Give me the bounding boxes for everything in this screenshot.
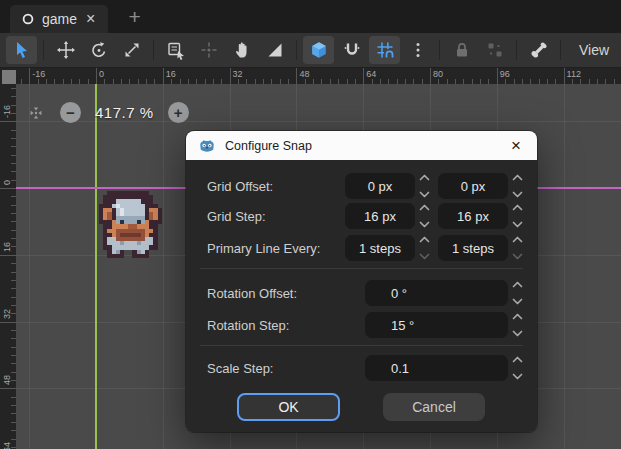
- ruler-tick: [163, 68, 164, 84]
- spin-up-icon[interactable]: [419, 204, 430, 211]
- ruler-tick: [0, 188, 16, 189]
- ruler-tick: [0, 121, 16, 122]
- ruler-tick: [296, 68, 297, 84]
- rotation-offset-field[interactable]: 0 °: [365, 280, 508, 306]
- dialog-separator: [200, 345, 523, 346]
- spin-down-icon[interactable]: [512, 191, 523, 198]
- rotation-step-label: Rotation Step:: [207, 312, 289, 338]
- select-arrow-icon: [12, 40, 32, 60]
- center-view-icon[interactable]: [26, 103, 46, 123]
- smart-snap-button[interactable]: [336, 36, 367, 64]
- scene-tab-bar: game × +: [0, 0, 621, 33]
- skeleton-options-button[interactable]: [523, 36, 554, 64]
- scale-step-field[interactable]: 0.1: [365, 355, 508, 381]
- spin-down-icon[interactable]: [512, 221, 523, 228]
- spin-up-icon[interactable]: [419, 236, 430, 243]
- ok-button[interactable]: OK: [237, 393, 340, 421]
- cube-icon: [309, 40, 329, 60]
- ruler-label: 80: [433, 69, 443, 79]
- sprite-character[interactable]: [99, 191, 162, 262]
- object-snap-button[interactable]: [303, 36, 334, 64]
- primary-line-y-spinner[interactable]: [510, 236, 524, 260]
- move-icon: [56, 40, 76, 60]
- ruler-label: 0: [2, 141, 12, 185]
- toolbar-separator: [439, 40, 440, 60]
- pan-tool-button[interactable]: [226, 36, 257, 64]
- zoom-controls: − 417.7 % +: [26, 102, 189, 123]
- grid-offset-y-spinner[interactable]: [510, 174, 524, 198]
- ruler-label: 16: [166, 69, 176, 79]
- spin-down-icon[interactable]: [512, 330, 523, 337]
- spin-up-icon[interactable]: [419, 174, 430, 181]
- spin-up-icon[interactable]: [512, 356, 523, 363]
- select-tool-button[interactable]: [6, 36, 37, 64]
- spin-down-icon[interactable]: [419, 253, 430, 260]
- toolbar-separator: [296, 40, 297, 60]
- spin-down-icon[interactable]: [512, 373, 523, 380]
- dialog-separator: [200, 268, 523, 269]
- primary-line-x-field[interactable]: 1 steps: [345, 235, 415, 261]
- vertical-ruler[interactable]: -16016324864: [0, 84, 16, 449]
- group-node-button[interactable]: [479, 36, 510, 64]
- spin-up-icon[interactable]: [512, 204, 523, 211]
- canvas-toolbar: View: [0, 33, 621, 68]
- scene-tab-game[interactable]: game ×: [10, 5, 108, 33]
- move-tool-button[interactable]: [50, 36, 81, 64]
- list-select-tool-button[interactable]: [160, 36, 191, 64]
- spin-up-icon[interactable]: [512, 174, 523, 181]
- cancel-button[interactable]: Cancel: [383, 393, 485, 421]
- dialog-close-icon[interactable]: ×: [511, 137, 521, 154]
- primary-line-x-spinner[interactable]: [417, 236, 431, 260]
- rotate-tool-button[interactable]: [83, 36, 114, 64]
- magnet-icon: [342, 40, 362, 60]
- spin-up-icon[interactable]: [512, 313, 523, 320]
- grid-step-y-field[interactable]: 16 px: [438, 203, 508, 229]
- godot-editor-window: game × +: [0, 0, 621, 449]
- spin-down-icon[interactable]: [512, 298, 523, 305]
- grid-line: [564, 84, 565, 449]
- grid-offset-x-spinner[interactable]: [417, 174, 431, 198]
- spin-down-icon[interactable]: [512, 253, 523, 260]
- lock-node-button[interactable]: [446, 36, 477, 64]
- scale-icon: [122, 40, 142, 60]
- configure-snap-dialog: Configure Snap × Grid Offset: 0 px 0 px …: [186, 131, 537, 432]
- grid-step-x-spinner[interactable]: [417, 204, 431, 228]
- zoom-level-value[interactable]: 417.7 %: [95, 104, 154, 121]
- scale-step-row: Scale Step: 0.1: [186, 355, 537, 381]
- zoom-in-button[interactable]: +: [168, 102, 189, 123]
- spin-up-icon[interactable]: [512, 236, 523, 243]
- spin-down-icon[interactable]: [419, 191, 430, 198]
- primary-line-y-field[interactable]: 1 steps: [438, 235, 508, 261]
- pivot-tool-button[interactable]: [193, 36, 224, 64]
- horizontal-ruler[interactable]: -160163248648096112: [16, 68, 621, 84]
- tab-close-icon[interactable]: ×: [85, 11, 96, 27]
- rotation-step-field[interactable]: 15 °: [365, 312, 508, 338]
- list-select-icon: [166, 40, 186, 60]
- spin-down-icon[interactable]: [419, 221, 430, 228]
- ruler-tool-button[interactable]: [259, 36, 290, 64]
- ruler-label: -16: [2, 74, 12, 118]
- rotation-step-row: Rotation Step: 15 °: [186, 312, 537, 338]
- toolbar-separator: [560, 40, 561, 60]
- primary-line-label: Primary Line Every:: [207, 235, 320, 261]
- grid-snap-button[interactable]: [369, 36, 400, 64]
- spin-up-icon[interactable]: [512, 281, 523, 288]
- grid-offset-x-field[interactable]: 0 px: [345, 173, 415, 199]
- rotation-offset-spinner[interactable]: [510, 281, 524, 305]
- ruler-label: 16: [2, 208, 12, 252]
- scale-tool-button[interactable]: [116, 36, 147, 64]
- grid-step-x-field[interactable]: 16 px: [345, 203, 415, 229]
- dialog-title: Configure Snap: [225, 139, 312, 153]
- dialog-title-bar[interactable]: Configure Snap ×: [186, 131, 537, 160]
- grid-offset-y-field[interactable]: 0 px: [438, 173, 508, 199]
- grid-step-label: Grid Step:: [207, 203, 266, 229]
- pivot-crosshair-icon: [199, 40, 219, 60]
- grid-step-y-spinner[interactable]: [510, 204, 524, 228]
- new-scene-tab-button[interactable]: +: [122, 5, 146, 29]
- grid-step-row: Grid Step: 16 px 16 px: [186, 203, 537, 229]
- zoom-out-button[interactable]: −: [60, 102, 81, 123]
- rotation-step-spinner[interactable]: [510, 313, 524, 337]
- view-menu-button[interactable]: View: [566, 42, 621, 58]
- scale-step-spinner[interactable]: [510, 356, 524, 380]
- snap-options-button[interactable]: [402, 36, 433, 64]
